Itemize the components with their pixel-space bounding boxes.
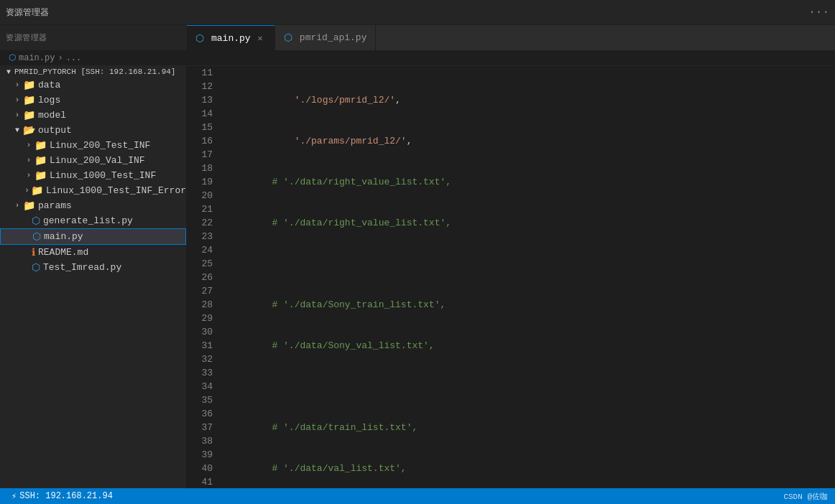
breadcrumb-sep: › [57, 53, 63, 63]
sidebar-item-output[interactable]: ▼ 📂 output [0, 123, 186, 138]
ln-38: 38 [187, 434, 213, 448]
l1000t-folder-icon: 📁 [34, 169, 47, 182]
sidebar-item-generate[interactable]: ⬡ generate_list.py [0, 213, 186, 228]
ln-12: 12 [187, 80, 213, 93]
data-folder-icon: 📁 [23, 79, 35, 91]
sidebar-item-testimread[interactable]: ⬡ Test_Imread.py [0, 260, 186, 275]
ln-17: 17 [187, 148, 213, 162]
sidebar-item-main[interactable]: ⬡ main.py [0, 228, 186, 245]
readme-label: README.md [38, 247, 88, 258]
editor: 11 12 13 14 15 16 17 18 19 20 21 22 23 2… [187, 66, 835, 488]
model-expand-icon: › [11, 111, 23, 119]
ln-19: 19 [187, 175, 213, 189]
code-container[interactable]: 11 12 13 14 15 16 17 18 19 20 21 22 23 2… [187, 66, 835, 488]
ln-25: 25 [187, 257, 213, 271]
ln-41: 41 [187, 475, 213, 488]
testimread-py-icon: ⬡ [32, 261, 40, 274]
generate-py-icon: ⬡ [32, 215, 40, 227]
code-line-13: # './data/right_value_list.txt', [227, 175, 835, 189]
code-line-15 [227, 257, 835, 271]
logs-folder-icon: 📁 [23, 94, 35, 106]
ln-24: 24 [187, 243, 213, 257]
status-bar: ⚡ SSH: 192.168.21.94 CSDN @佐咖 [0, 488, 835, 504]
tab-close-button[interactable]: ✕ [255, 32, 266, 45]
data-label: data [38, 80, 60, 90]
main-content: ▼ PMRID_PYTORCH [SSH: 192.168.21.94] › 📁… [0, 66, 835, 488]
ln-18: 18 [187, 162, 213, 175]
ln-39: 39 [187, 448, 213, 462]
tab-bar: 资源管理器 ⬡ main.py ✕ ⬡ pmrid_api.py [0, 25, 835, 50]
generate-label: generate_list.py [43, 215, 133, 226]
ln-27: 27 [187, 284, 213, 298]
sidebar-item-params[interactable]: › 📁 params [0, 198, 186, 213]
tab-pmrid-api-py[interactable]: ⬡ pmrid_api.py [275, 25, 377, 50]
sidebar-item-linux200val[interactable]: › 📁 Linux_200_Val_INF [0, 153, 186, 168]
l200v-folder-icon: 📁 [34, 154, 47, 167]
ln-35: 35 [187, 393, 213, 407]
code-line-17: # './data/Sony_val_list.txt', [227, 339, 835, 353]
explorer-titlebar: 资源管理器 ··· [0, 0, 835, 25]
testimread-label: Test_Imread.py [43, 262, 121, 273]
code-line-16: # './data/Sony_train_list.txt', [227, 298, 835, 312]
ln-20: 20 [187, 189, 213, 202]
output-collapse-icon: ▼ [11, 126, 23, 134]
sidebar-item-linux1000error[interactable]: › 📁 Linux_1000_Test_INF_Error [0, 183, 186, 198]
params-expand-icon: › [11, 202, 23, 210]
breadcrumb-icon: ⬡ [9, 52, 16, 63]
l1000t-label: Linux_1000_Test_INF [50, 170, 156, 181]
output-label: output [38, 125, 72, 136]
ln-40: 40 [187, 462, 213, 475]
l200t-folder-icon: 📁 [34, 139, 47, 151]
l1000e-label: Linux_1000_Test_INF_Error [46, 185, 186, 196]
ln-22: 22 [187, 216, 213, 230]
ln-13: 13 [187, 93, 213, 107]
params-label: params [38, 200, 72, 211]
sidebar-item-model[interactable]: › 📁 model [0, 108, 186, 123]
model-folder-icon: 📁 [23, 109, 35, 121]
ssh-label: SSH: 192.168.21.94 [19, 491, 113, 501]
breadcrumb: ⬡ main.py › ... [0, 50, 835, 66]
ln-15: 15 [187, 121, 213, 134]
code-line-14: # './data/right_value_list.txt', [227, 216, 835, 230]
csdn-watermark: CSDN @佐咖 [783, 491, 828, 502]
code-line-20: # './data/val_list.txt', [227, 462, 835, 475]
ln-30: 30 [187, 325, 213, 339]
code-line-12: './params/pmrid_l2/', [227, 134, 835, 148]
l200v-label: Linux_200_Val_INF [50, 155, 145, 166]
ln-31: 31 [187, 339, 213, 353]
editor-tabs: ⬡ main.py ✕ ⬡ pmrid_api.py [187, 25, 835, 50]
breadcrumb-context: ... [66, 53, 82, 63]
tree-root[interactable]: ▼ PMRID_PYTORCH [SSH: 192.168.21.94] [0, 66, 186, 78]
code-line-11: './logs/pmrid_l2/', [227, 93, 835, 107]
breadcrumb-file: main.py [19, 53, 55, 63]
ln-29: 29 [187, 312, 213, 325]
sidebar-item-data[interactable]: › 📁 data [0, 78, 186, 93]
ln-37: 37 [187, 421, 213, 434]
l200v-expand-icon: › [23, 157, 34, 164]
readme-md-icon: ℹ [32, 246, 35, 258]
l1000t-expand-icon: › [23, 172, 34, 179]
l1000e-expand-icon: › [23, 187, 31, 195]
params-folder-icon: 📁 [23, 200, 35, 212]
sidebar-panel-title: 资源管理器 [0, 25, 187, 50]
more-actions-icon[interactable]: ··· [808, 6, 829, 19]
code-line-18 [227, 380, 835, 393]
code-lines: './logs/pmrid_l2/', './params/pmrid_l2/'… [221, 66, 835, 488]
ln-21: 21 [187, 202, 213, 216]
sidebar-item-logs[interactable]: › 📁 logs [0, 93, 186, 108]
main-label: main.py [44, 231, 83, 242]
data-expand-icon: › [11, 81, 23, 89]
main-py-icon: ⬡ [32, 230, 41, 243]
sidebar-item-linux200test[interactable]: › 📁 Linux_200_Test_INF [0, 138, 186, 153]
tab-label: main.py [211, 33, 251, 44]
ln-14: 14 [187, 107, 213, 121]
ssh-status[interactable]: ⚡ SSH: 192.168.21.94 [7, 488, 117, 504]
sidebar-item-readme[interactable]: ℹ README.md [0, 245, 186, 260]
sidebar-item-linux1000test[interactable]: › 📁 Linux_1000_Test_INF [0, 168, 186, 183]
ln-28: 28 [187, 298, 213, 312]
status-bar-left: ⚡ SSH: 192.168.21.94 [7, 488, 783, 504]
code-line-19: # './data/train_list.txt', [227, 421, 835, 434]
l200t-label: Linux_200_Test_INF [50, 140, 150, 151]
root-label: PMRID_PYTORCH [SSH: 192.168.21.94] [14, 67, 175, 76]
tab-main-py[interactable]: ⬡ main.py ✕ [187, 25, 275, 50]
